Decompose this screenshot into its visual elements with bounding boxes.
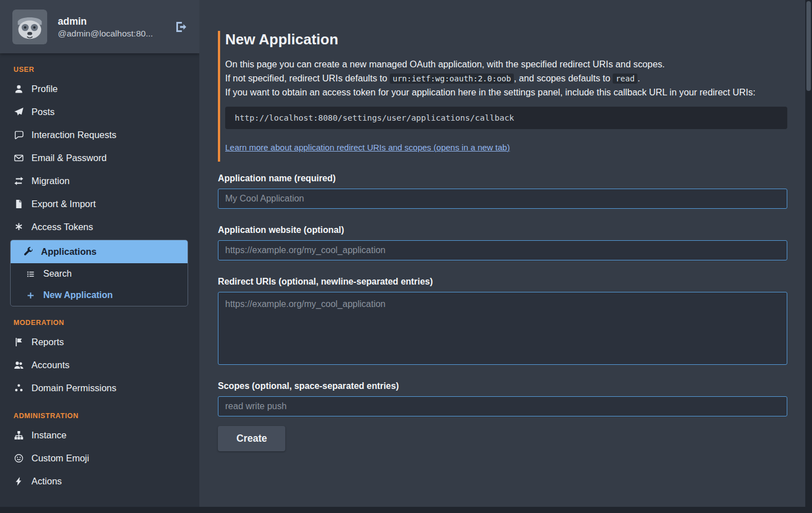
- sidebar-item-profile[interactable]: Profile: [0, 77, 199, 100]
- nav-label: Profile: [31, 84, 58, 94]
- sidebar-item-applications-search[interactable]: Search: [11, 263, 188, 285]
- nav-label: Reports: [31, 337, 64, 347]
- inline-code-oob: urn:ietf:wg:oauth:2.0:oob: [390, 74, 514, 84]
- nav-label: Export & Import: [31, 199, 96, 209]
- application-website-field: Application website (optional): [218, 225, 787, 260]
- sidebar-item-accounts[interactable]: Accounts: [0, 354, 199, 377]
- callback-url-code: http://localhost:8080/settings/user/appl…: [225, 107, 787, 129]
- avatar: [12, 10, 47, 44]
- nav-label: Posts: [31, 107, 54, 117]
- user-info: admin @admin@localhost:80...: [58, 15, 153, 39]
- sidebar-item-domain-permissions[interactable]: Domain Permissions: [0, 377, 199, 400]
- nav-label: Domain Permissions: [31, 383, 116, 393]
- app-root: admin @admin@localhost:80... USER Profil…: [0, 0, 812, 513]
- sidebar-item-posts[interactable]: Posts: [0, 100, 199, 123]
- sidebar-item-interaction-requests[interactable]: Interaction Requests: [0, 123, 199, 146]
- redirect-uris-textarea[interactable]: [218, 292, 787, 365]
- users-icon: [13, 360, 24, 370]
- section-label-administration: ADMINISTRATION: [13, 412, 199, 420]
- horizontal-scrollbar[interactable]: [0, 507, 812, 513]
- sidebar-item-email-password[interactable]: Email & Password: [0, 146, 199, 170]
- create-button[interactable]: Create: [218, 426, 285, 451]
- file-export-icon: [13, 199, 24, 209]
- vertical-scrollbar-thumb[interactable]: [806, 1, 811, 91]
- plus-icon: [25, 291, 35, 300]
- nav-label: Migration: [31, 176, 70, 186]
- sidebar-item-applications[interactable]: Applications: [11, 240, 188, 263]
- scopes-field: Scopes (optional, space-separated entrie…: [218, 381, 787, 416]
- application-name-label: Application name (required): [218, 173, 787, 184]
- scopes-input[interactable]: [218, 396, 787, 416]
- bolt-icon: [13, 477, 24, 486]
- redirect-uris-field: Redirect URIs (optional, newline-separat…: [218, 277, 787, 365]
- section-label-moderation: MODERATION: [13, 319, 199, 327]
- redirect-uris-label: Redirect URIs (optional, newline-separat…: [218, 277, 787, 287]
- paper-plane-icon: [13, 107, 24, 117]
- user-handle: @admin@localhost:80...: [58, 29, 153, 39]
- learn-more-link[interactable]: Learn more about application redirect UR…: [225, 143, 510, 152]
- intro-line-2: If not specified, redirect URIs defaults…: [225, 71, 787, 86]
- sidebar-item-custom-emoji[interactable]: Custom Emoji: [0, 447, 199, 470]
- envelope-icon: [13, 153, 24, 163]
- sitemap-icon: [13, 430, 24, 440]
- intro-line-3: If you want to obtain an access token fo…: [225, 85, 787, 99]
- intro-text: On this page you can create a new manage…: [225, 57, 787, 99]
- nav-label: Email & Password: [31, 153, 107, 163]
- nav-label: Custom Emoji: [31, 453, 89, 464]
- applications-group: Applications Search New Application: [10, 240, 188, 306]
- sidebar: admin @admin@localhost:80... USER Profil…: [0, 0, 199, 513]
- nav-label: Instance: [31, 430, 66, 441]
- vertical-scrollbar[interactable]: [805, 0, 812, 513]
- inline-code-read: read: [613, 74, 637, 84]
- application-name-field: Application name (required): [218, 173, 787, 209]
- sidebar-item-instance[interactable]: Instance: [0, 424, 199, 447]
- nav-label: Interaction Requests: [31, 130, 116, 140]
- sidebar-item-access-tokens[interactable]: Access Tokens: [0, 216, 199, 239]
- application-website-input[interactable]: [218, 240, 787, 260]
- username: admin: [58, 15, 153, 29]
- comment-icon: [13, 130, 24, 140]
- transfer-icon: [13, 176, 24, 186]
- new-application-form: Application name (required) Application …: [218, 173, 787, 451]
- application-website-label: Application website (optional): [218, 225, 787, 235]
- application-name-input[interactable]: [218, 189, 787, 209]
- sidebar-item-new-application[interactable]: New Application: [11, 285, 188, 306]
- dots-icon: [13, 383, 24, 393]
- wrench-icon: [23, 247, 33, 256]
- nav-label: Accounts: [31, 360, 70, 370]
- page-title: New Application: [225, 31, 787, 48]
- logout-icon[interactable]: [175, 20, 188, 34]
- section-label-user: USER: [13, 66, 199, 74]
- scopes-label: Scopes (optional, space-separated entrie…: [218, 381, 787, 391]
- list-icon: [25, 270, 35, 278]
- applications-submenu: Search New Application: [11, 263, 188, 306]
- sidebar-item-migration[interactable]: Migration: [0, 170, 199, 193]
- sidebar-item-reports[interactable]: Reports: [0, 331, 199, 354]
- nav-label: Actions: [31, 476, 62, 487]
- asterisk-icon: [13, 222, 24, 232]
- nav-label: Search: [43, 269, 72, 279]
- smiley-icon: [13, 454, 24, 463]
- nav-label: New Application: [43, 290, 113, 300]
- user-card: admin @admin@localhost:80...: [0, 0, 199, 53]
- intro-line-1: On this page you can create a new manage…: [225, 57, 787, 71]
- user-icon: [13, 84, 24, 94]
- nav-label: Access Tokens: [31, 222, 93, 232]
- main-content: New Application On this page you can cre…: [199, 0, 812, 513]
- flag-icon: [13, 337, 24, 347]
- page-header: New Application On this page you can cre…: [218, 31, 787, 162]
- sidebar-item-actions[interactable]: Actions: [0, 470, 199, 493]
- nav-label: Applications: [41, 246, 97, 257]
- sidebar-item-export-import[interactable]: Export & Import: [0, 193, 199, 216]
